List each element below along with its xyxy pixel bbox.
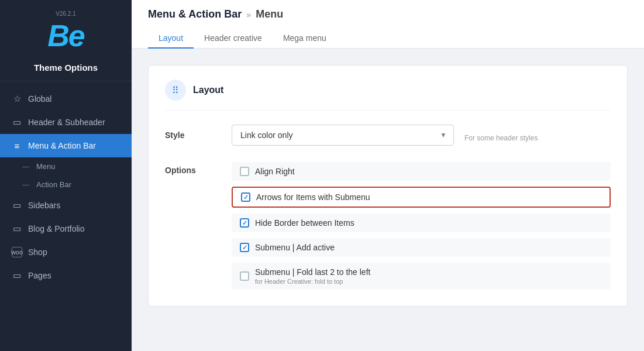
section-header: ⠿ Layout	[165, 80, 611, 111]
option-arrows-submenu-label: Arrows for Items with Submenu	[256, 192, 370, 202]
option-arrows-submenu[interactable]: Arrows for Items with Submenu	[232, 187, 611, 208]
option-submenu-fold-text: Submenu | Fold last 2 to the left for He…	[255, 267, 370, 285]
sidebar-subitem-menu[interactable]: — Menu	[0, 157, 132, 176]
sidebar-item-sidebars-label: Sidebars	[28, 201, 60, 210]
breadcrumb-sub: Menu	[256, 8, 283, 20]
sidebar: V26.2.1 Be Theme Options ☆ Global ▭ Head…	[0, 0, 132, 351]
checkbox-submenu-active[interactable]	[240, 243, 249, 252]
sidebar-subitem-menu-label: Menu	[36, 162, 56, 171]
option-align-right[interactable]: Align Right	[232, 162, 611, 181]
tab-header-creative[interactable]: Header creative	[194, 29, 273, 49]
section-title: Layout	[193, 85, 223, 95]
dash-icon: —	[22, 163, 29, 171]
main-content: Menu & Action Bar » Menu Layout Header c…	[132, 0, 644, 351]
sidebar-item-blog-portfolio[interactable]: ▭ Blog & Portfolio	[0, 217, 132, 240]
blog-icon: ▭	[12, 223, 22, 234]
option-hide-border[interactable]: Hide Border between Items	[232, 214, 611, 232]
sidebar-version: V26.2.1	[56, 11, 75, 17]
style-label: Style	[165, 125, 218, 140]
option-submenu-fold-label: Submenu | Fold last 2 to the left	[255, 267, 370, 277]
sidebar-item-sidebars[interactable]: ▭ Sidebars	[0, 194, 132, 217]
sidebar-item-shop[interactable]: woo Shop	[0, 240, 132, 264]
sidebar-item-blog-portfolio-label: Blog & Portfolio	[28, 224, 85, 233]
style-select[interactable]: Link color only Full Boxed	[232, 125, 454, 146]
sidebar-logo: Be	[47, 20, 84, 51]
sidebar-item-pages-label: Pages	[28, 271, 51, 280]
checkbox-arrows-submenu[interactable]	[241, 192, 250, 202]
dash-icon-2: —	[22, 181, 29, 189]
star-icon: ☆	[12, 94, 22, 104]
shop-icon: woo	[12, 247, 22, 257]
sidebars-icon: ▭	[12, 200, 22, 211]
menu-icon: ≡	[12, 140, 22, 151]
tab-layout[interactable]: Layout	[148, 29, 194, 49]
sidebar-item-pages[interactable]: ▭ Pages	[0, 264, 132, 287]
sidebar-item-shop-label: Shop	[28, 247, 47, 257]
layout-section-icon: ⠿	[165, 80, 186, 101]
checkbox-hide-border[interactable]	[240, 218, 249, 228]
style-hint: For some header styles	[464, 128, 538, 142]
sidebar-item-header-subheader-label: Header & Subheader	[28, 118, 105, 127]
sidebar-item-global-label: Global	[28, 94, 51, 104]
option-submenu-active-label: Submenu | Add active	[255, 243, 335, 252]
sidebar-item-header-subheader[interactable]: ▭ Header & Subheader	[0, 111, 132, 134]
top-bar: Menu & Action Bar » Menu Layout Header c…	[132, 0, 644, 49]
sidebar-subitem-action-bar-label: Action Bar	[36, 180, 71, 189]
tab-mega-menu[interactable]: Mega menu	[273, 29, 337, 49]
style-select-wrapper: Link color only Full Boxed ▼	[232, 125, 454, 146]
layout-section-card: ⠿ Layout Style Link color only Full Boxe…	[148, 65, 628, 307]
sidebar-logo-area: V26.2.1 Be	[0, 0, 132, 57]
sidebar-subitem-action-bar[interactable]: — Action Bar	[0, 176, 132, 194]
pages-icon: ▭	[12, 270, 22, 281]
sidebar-item-menu-action-bar-label: Menu & Action Bar	[28, 141, 96, 150]
option-hide-border-label: Hide Border between Items	[255, 218, 354, 228]
content-area: ⠿ Layout Style Link color only Full Boxe…	[132, 49, 644, 351]
sidebar-theme-options-label: Theme Options	[0, 57, 132, 81]
breadcrumb: Menu & Action Bar » Menu	[148, 8, 628, 20]
style-form-row: Style Link color only Full Boxed ▼ For s…	[165, 125, 611, 146]
tabs-row: Layout Header creative Mega menu	[148, 29, 628, 48]
header-icon: ▭	[12, 117, 22, 128]
sidebar-nav: ☆ Global ▭ Header & Subheader ≡ Menu & A…	[0, 81, 132, 351]
sidebar-item-menu-action-bar[interactable]: ≡ Menu & Action Bar	[0, 134, 132, 157]
grid-icon: ⠿	[172, 85, 179, 96]
breadcrumb-main: Menu & Action Bar	[148, 8, 242, 20]
option-align-right-label: Align Right	[255, 167, 295, 176]
options-label: Options	[165, 162, 218, 175]
style-control: Link color only Full Boxed ▼ For some he…	[232, 125, 611, 146]
sidebar-item-global[interactable]: ☆ Global	[0, 87, 132, 111]
options-form-row: Options Align Right Arrows for Items wit…	[165, 162, 611, 290]
option-submenu-fold-sublabel: for Header Creative: fold to top	[255, 278, 370, 285]
option-submenu-active[interactable]: Submenu | Add active	[232, 238, 611, 257]
checkbox-align-right[interactable]	[240, 167, 249, 176]
checkbox-submenu-fold[interactable]	[240, 271, 249, 281]
breadcrumb-separator: »	[246, 10, 251, 19]
option-submenu-fold[interactable]: Submenu | Fold last 2 to the left for He…	[232, 263, 611, 290]
options-list: Align Right Arrows for Items with Submen…	[232, 162, 611, 290]
